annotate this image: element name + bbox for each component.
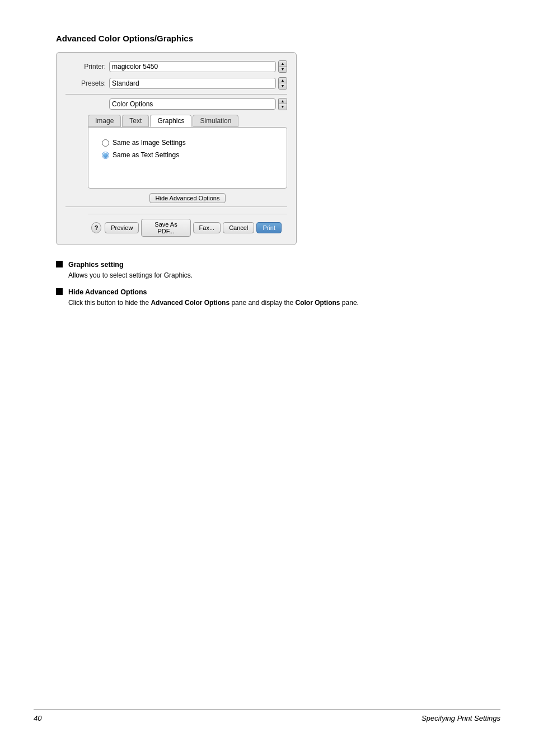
radio-same-as-text-label: Same as Text Settings <box>113 151 179 159</box>
panel-stepper[interactable]: ▲ ▼ <box>278 98 287 110</box>
tabs-row: Image Text Graphics Simulation <box>88 115 287 127</box>
bullet-hide-desc: Click this button to hide the Advanced C… <box>68 298 359 308</box>
presets-row: Presets: Standard ▲ ▼ <box>65 77 287 90</box>
presets-select[interactable]: Standard <box>109 78 276 89</box>
panel-row: Color Options ▲ ▼ <box>65 98 287 110</box>
printer-select[interactable]: magicolor 5450 <box>109 61 276 72</box>
page-footer: 40 Specifying Print Settings <box>34 709 500 722</box>
bold-color-options: Color Options <box>296 299 340 307</box>
radio-same-as-image-label: Same as Image Settings <box>113 139 186 147</box>
preview-button[interactable]: Preview <box>105 222 139 233</box>
bullet-graphics-desc: Allows you to select settings for Graphi… <box>68 270 193 280</box>
bottom-bar: Hide Advanced Options <box>88 193 287 203</box>
printer-stepper-up[interactable]: ▲ <box>279 61 287 67</box>
presets-select-wrapper: Standard ▲ ▼ <box>109 77 287 90</box>
presets-stepper-up[interactable]: ▲ <box>279 78 287 83</box>
fax-button[interactable]: Fax... <box>193 222 221 233</box>
radio-same-as-text-button[interactable] <box>102 152 109 159</box>
hide-advanced-options-button[interactable]: Hide Advanced Options <box>149 193 226 203</box>
help-button[interactable]: ? <box>91 222 101 233</box>
page-title: Advanced Color Options/Graphics <box>56 34 500 43</box>
print-button[interactable]: Print <box>256 222 282 233</box>
help-icon: ? <box>95 224 99 231</box>
panel-stepper-down[interactable]: ▼ <box>279 104 287 110</box>
save-as-pdf-button[interactable]: Save As PDF... <box>141 219 190 237</box>
tab-image[interactable]: Image <box>88 115 121 127</box>
bullet-square-1 <box>56 261 63 267</box>
bullet-hide-title: Hide Advanced Options <box>68 287 359 298</box>
tab-simulation[interactable]: Simulation <box>193 115 238 127</box>
divider-2 <box>65 206 287 207</box>
bold-advanced-color-options: Advanced Color Options <box>151 299 229 307</box>
panel-select-wrapper: Color Options ▲ ▼ <box>109 98 287 110</box>
printer-select-wrapper: magicolor 5450 ▲ ▼ <box>109 60 287 73</box>
tab-content: Same as Image Settings Same as Text Sett… <box>88 127 287 189</box>
presets-stepper[interactable]: ▲ ▼ <box>278 77 287 90</box>
printer-label: Printer: <box>65 63 106 71</box>
tab-graphics[interactable]: Graphics <box>150 115 191 127</box>
bullet-graphics-text: Graphics setting Allows you to select se… <box>68 260 193 280</box>
printer-row: Printer: magicolor 5450 ▲ ▼ <box>65 60 287 73</box>
bullet-hide-advanced: Hide Advanced Options Click this button … <box>56 287 500 308</box>
footer-section-title: Specifying Print Settings <box>421 714 500 722</box>
panel-stepper-up[interactable]: ▲ <box>279 98 287 104</box>
bullet-hide-text: Hide Advanced Options Click this button … <box>68 287 359 308</box>
bullet-graphics-setting: Graphics setting Allows you to select se… <box>56 260 500 280</box>
radio-same-as-image-row: Same as Image Settings <box>102 139 278 147</box>
printer-stepper-down[interactable]: ▼ <box>279 67 287 72</box>
print-dialog: Printer: magicolor 5450 ▲ ▼ Presets: Sta… <box>56 52 297 245</box>
presets-label: Presets: <box>65 79 106 87</box>
radio-same-as-text-row: Same as Text Settings <box>102 151 278 159</box>
radio-same-as-image-button[interactable] <box>102 139 109 147</box>
bullet-graphics-title: Graphics setting <box>68 260 193 270</box>
printer-stepper[interactable]: ▲ ▼ <box>278 60 287 73</box>
description-section: Graphics setting Allows you to select se… <box>56 260 500 308</box>
cancel-button[interactable]: Cancel <box>223 222 254 233</box>
bullet-square-2 <box>56 288 63 295</box>
tab-text[interactable]: Text <box>122 115 149 127</box>
divider-1 <box>65 94 287 95</box>
footer-buttons: ? Preview Save As PDF... Fax... Cancel P… <box>88 214 287 237</box>
presets-stepper-down[interactable]: ▼ <box>279 83 287 89</box>
footer-page-number: 40 <box>34 714 41 722</box>
tabs-section: Image Text Graphics Simulation Same as I… <box>65 115 287 189</box>
panel-select[interactable]: Color Options <box>109 98 276 110</box>
